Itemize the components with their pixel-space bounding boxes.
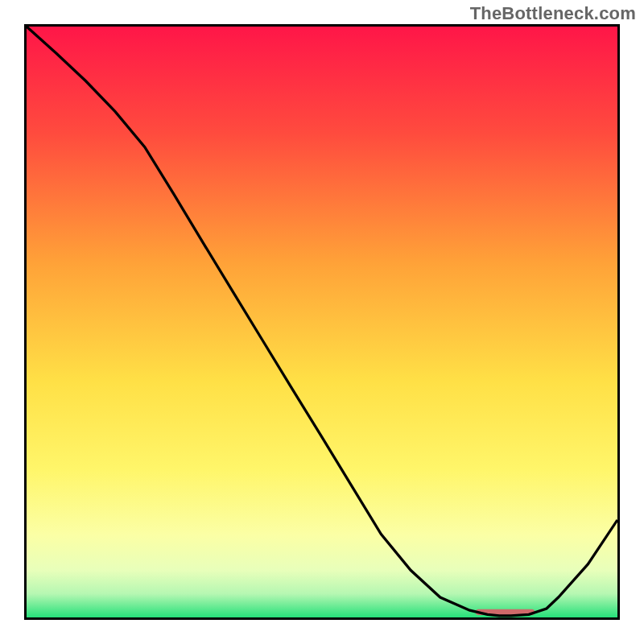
- chart-container: TheBottleneck.com: [0, 0, 644, 644]
- chart-svg: [27, 27, 617, 617]
- watermark-text: TheBottleneck.com: [470, 3, 636, 24]
- gradient-background: [27, 27, 617, 617]
- plot-area: [24, 24, 620, 620]
